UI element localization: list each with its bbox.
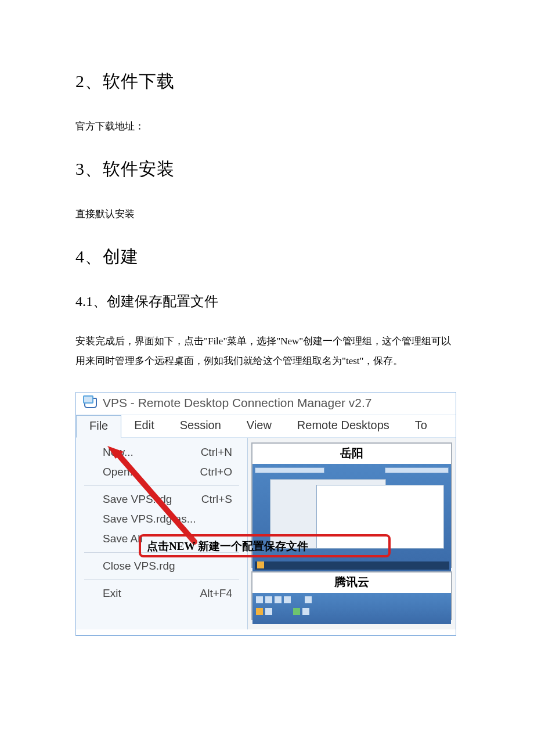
desktop-thumbnail[interactable]: 腾讯云 (251, 571, 452, 620)
menu-item-open[interactable]: Open... Ctrl+O (76, 462, 247, 482)
menu-divider (84, 579, 239, 580)
app-icon (84, 398, 97, 408)
thumbnail-title: 岳阳 (252, 444, 451, 464)
menu-edit[interactable]: Edit (121, 415, 167, 437)
screenshot-rdcman-window: VPS - Remote Desktop Connection Manager … (75, 392, 456, 636)
menu-item-close[interactable]: Close VPS.rdg (76, 556, 247, 576)
file-dropdown: New... Ctrl+N Open... Ctrl+O Save VPS.rd… (76, 438, 248, 629)
menu-item-save[interactable]: Save VPS.rdg Ctrl+S (76, 489, 247, 509)
annotation-text: 点击NEW 新建一个配置保存文件 (147, 540, 308, 552)
menu-item-label: Open... (103, 466, 139, 478)
menu-file[interactable]: File (76, 415, 121, 438)
paragraph-create-config: 安装完成后，界面如下，点击"File"菜单，选择"New"创建一个管理组，这个管… (75, 332, 459, 371)
window-title: VPS - Remote Desktop Connection Manager … (103, 396, 371, 410)
menu-item-label: Save VPS.rdg (103, 493, 172, 506)
thumbnail-title: 腾讯云 (252, 573, 451, 593)
subheading-create-config: 4.1、创建保存配置文件 (75, 292, 459, 311)
menu-item-accel: Alt+F4 (200, 587, 232, 600)
annotation-callout: 点击NEW 新建一个配置保存文件 (139, 534, 391, 557)
menu-item-label: Exit (103, 587, 121, 600)
menu-item-save-as[interactable]: Save VPS.rdg as... (76, 509, 247, 529)
menu-tools-truncated[interactable]: To (402, 415, 440, 437)
menu-item-accel: Ctrl+O (200, 466, 232, 478)
paragraph-install: 直接默认安装 (75, 204, 459, 224)
window-titlebar: VPS - Remote Desktop Connection Manager … (76, 393, 456, 415)
menu-divider (84, 485, 239, 486)
menu-item-label: New... (103, 446, 134, 459)
menu-item-label: Close VPS.rdg (103, 560, 175, 573)
menu-view[interactable]: View (234, 415, 284, 437)
menu-item-accel: Ctrl+N (201, 446, 232, 459)
menubar: File Edit Session View Remote Desktops T… (76, 415, 456, 438)
heading-install: 3、软件安装 (75, 157, 459, 181)
menu-item-accel: Ctrl+S (201, 493, 232, 506)
thumbnail-pane: 岳阳 腾讯云 (248, 438, 456, 629)
menu-item-new[interactable]: New... Ctrl+N (76, 442, 247, 462)
menu-item-label: Save VPS.rdg as... (103, 513, 196, 525)
menu-remote-desktops[interactable]: Remote Desktops (284, 415, 402, 437)
menu-item-exit[interactable]: Exit Alt+F4 (76, 584, 247, 603)
menu-item-label: Save All (103, 532, 143, 545)
heading-create: 4、创建 (75, 245, 459, 269)
menu-session[interactable]: Session (167, 415, 234, 437)
heading-download: 2、软件下载 (75, 70, 459, 93)
paragraph-download: 官方下载地址： (75, 117, 459, 136)
